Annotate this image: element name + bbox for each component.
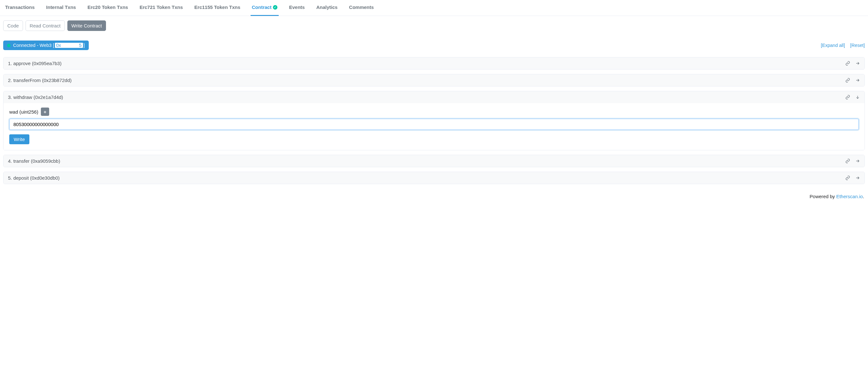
- arrow-right-icon[interactable]: [855, 159, 860, 163]
- function-card-deposit: 5. deposit (0xd0e30db0): [3, 172, 865, 184]
- tab-transactions[interactable]: Transactions: [4, 0, 36, 16]
- expand-all-link[interactable]: [Expand all]: [821, 43, 845, 48]
- list-actions: [Expand all] [Reset]: [817, 43, 865, 48]
- reset-link[interactable]: [Reset]: [850, 43, 865, 48]
- web3-connection-status[interactable]: Connected - Web3 [0x 5]: [3, 40, 89, 50]
- function-body: wad (uint256) + Write: [3, 103, 865, 150]
- function-header[interactable]: 2. transferFrom (0x23b872dd): [3, 74, 865, 86]
- link-icon[interactable]: [845, 159, 850, 163]
- tab-comments[interactable]: Comments: [348, 0, 375, 16]
- subtab-write-contract[interactable]: Write Contract: [67, 21, 106, 31]
- subtab-read-contract[interactable]: Read Contract: [26, 21, 65, 31]
- function-card-transfer: 4. transfer (0xa9059cbb): [3, 155, 865, 167]
- add-parameter-button[interactable]: +: [41, 107, 49, 116]
- tab-events[interactable]: Events: [288, 0, 306, 16]
- tab-contract[interactable]: Contract ✓: [251, 0, 279, 16]
- param-label-wad: wad (uint256): [9, 109, 38, 115]
- tab-analytics[interactable]: Analytics: [315, 0, 339, 16]
- function-card-approve: 1. approve (0x095ea7b3): [3, 57, 865, 69]
- function-card-transferfrom: 2. transferFrom (0x23b872dd): [3, 74, 865, 87]
- function-header[interactable]: 4. transfer (0xa9059cbb): [3, 155, 865, 167]
- wad-input[interactable]: [9, 119, 859, 130]
- link-icon[interactable]: [845, 61, 850, 66]
- connected-address[interactable]: 0x 5: [55, 43, 83, 48]
- arrow-right-icon[interactable]: [855, 61, 860, 66]
- link-icon[interactable]: [845, 95, 850, 99]
- status-dot-icon: [7, 44, 10, 47]
- tab-erc20-txns[interactable]: Erc20 Token Txns: [86, 0, 129, 16]
- tab-internal-txns[interactable]: Internal Txns: [45, 0, 77, 16]
- verified-check-icon: ✓: [273, 5, 277, 9]
- tab-erc721-txns[interactable]: Erc721 Token Txns: [138, 0, 184, 16]
- arrow-right-icon[interactable]: [855, 78, 860, 83]
- link-icon[interactable]: [845, 78, 850, 83]
- tab-contract-label: Contract: [252, 4, 272, 10]
- etherscan-link[interactable]: Etherscan.io: [836, 194, 863, 199]
- subtab-code[interactable]: Code: [3, 21, 23, 31]
- write-button[interactable]: Write: [9, 134, 29, 144]
- function-card-withdraw: 3. withdraw (0x2e1a7d4d) wad (uint256) +…: [3, 91, 865, 150]
- function-header[interactable]: 5. deposit (0xd0e30db0): [3, 172, 865, 184]
- connection-status-text: Connected - Web3: [13, 43, 52, 48]
- nav-tabs: Transactions Internal Txns Erc20 Token T…: [0, 0, 868, 16]
- link-icon[interactable]: [845, 176, 850, 180]
- function-header[interactable]: 3. withdraw (0x2e1a7d4d): [3, 91, 865, 103]
- footer: Powered by Etherscan.io.: [0, 192, 868, 204]
- arrow-down-icon[interactable]: [855, 95, 860, 99]
- arrow-right-icon[interactable]: [855, 176, 860, 180]
- tab-erc1155-txns[interactable]: Erc1155 Token Txns: [193, 0, 242, 16]
- function-header[interactable]: 1. approve (0x095ea7b3): [3, 57, 865, 69]
- contract-subtabs: Code Read Contract Write Contract: [3, 21, 865, 31]
